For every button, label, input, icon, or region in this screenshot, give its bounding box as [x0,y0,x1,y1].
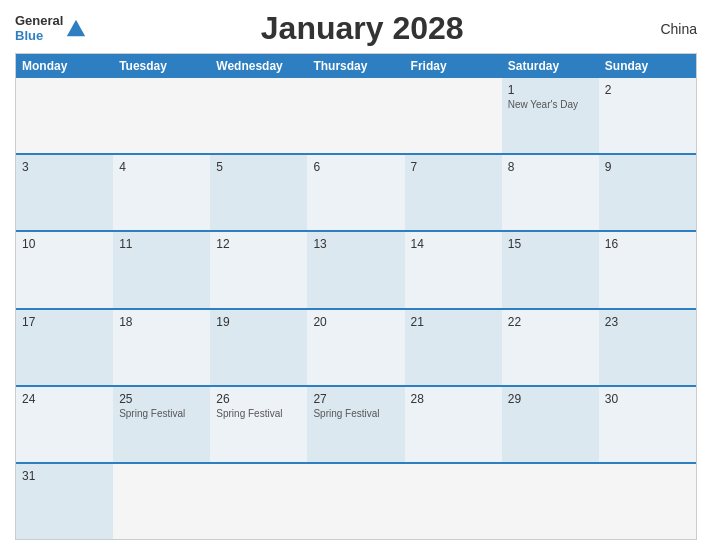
day-number: 31 [22,469,107,483]
day-cell: 19 [210,310,307,385]
day-cell: 26Spring Festival [210,387,307,462]
day-number: 20 [313,315,398,329]
day-cell [113,464,210,539]
day-number: 12 [216,237,301,251]
day-number: 23 [605,315,690,329]
day-cell: 7 [405,155,502,230]
week-row-6: 31 [16,462,696,539]
day-cell: 9 [599,155,696,230]
day-number: 15 [508,237,593,251]
calendar-header: General Blue January 2028 China [15,10,697,47]
day-cell: 2 [599,78,696,153]
day-cell: 14 [405,232,502,307]
day-cell: 21 [405,310,502,385]
day-cell [307,78,404,153]
day-cell [210,78,307,153]
day-cell [599,464,696,539]
day-number: 27 [313,392,398,406]
day-number: 5 [216,160,301,174]
week-row-3: 10111213141516 [16,230,696,307]
day-number: 10 [22,237,107,251]
day-number: 9 [605,160,690,174]
logo-blue-text: Blue [15,29,63,43]
day-cell: 29 [502,387,599,462]
day-cell [210,464,307,539]
day-number: 19 [216,315,301,329]
day-cell [16,78,113,153]
day-cell: 8 [502,155,599,230]
day-number: 14 [411,237,496,251]
day-header-sunday: Sunday [599,54,696,78]
day-cell: 13 [307,232,404,307]
day-cell: 5 [210,155,307,230]
day-cell: 3 [16,155,113,230]
days-header: Monday Tuesday Wednesday Thursday Friday… [16,54,696,78]
day-cell: 27Spring Festival [307,387,404,462]
event-label: New Year's Day [508,99,593,111]
country-label: China [637,21,697,37]
day-cell: 23 [599,310,696,385]
day-cell: 10 [16,232,113,307]
calendar-grid: Monday Tuesday Wednesday Thursday Friday… [15,53,697,540]
day-number: 7 [411,160,496,174]
day-cell: 30 [599,387,696,462]
day-cell [113,78,210,153]
day-cell: 6 [307,155,404,230]
day-cell: 17 [16,310,113,385]
day-cell: 28 [405,387,502,462]
day-number: 26 [216,392,301,406]
day-cell: 18 [113,310,210,385]
day-number: 24 [22,392,107,406]
day-number: 22 [508,315,593,329]
day-number: 1 [508,83,593,97]
event-label: Spring Festival [313,408,398,420]
week-row-2: 3456789 [16,153,696,230]
day-number: 29 [508,392,593,406]
day-header-tuesday: Tuesday [113,54,210,78]
day-cell: 16 [599,232,696,307]
event-label: Spring Festival [119,408,204,420]
logo-general-text: General [15,14,63,28]
svg-marker-0 [67,19,85,36]
logo: General Blue [15,14,87,43]
day-header-friday: Friday [405,54,502,78]
day-header-saturday: Saturday [502,54,599,78]
day-number: 25 [119,392,204,406]
day-cell: 12 [210,232,307,307]
day-cell [405,78,502,153]
day-number: 28 [411,392,496,406]
logo-icon [65,18,87,40]
day-number: 11 [119,237,204,251]
day-header-wednesday: Wednesday [210,54,307,78]
day-cell: 25Spring Festival [113,387,210,462]
day-cell: 4 [113,155,210,230]
day-number: 17 [22,315,107,329]
day-cell: 11 [113,232,210,307]
day-cell: 1New Year's Day [502,78,599,153]
day-cell: 15 [502,232,599,307]
event-label: Spring Festival [216,408,301,420]
day-number: 13 [313,237,398,251]
day-number: 16 [605,237,690,251]
calendar-container: General Blue January 2028 China Monday T… [0,0,712,550]
day-number: 30 [605,392,690,406]
week-row-4: 17181920212223 [16,308,696,385]
day-cell: 31 [16,464,113,539]
day-cell: 22 [502,310,599,385]
day-cell: 24 [16,387,113,462]
weeks-container: 1New Year's Day2345678910111213141516171… [16,78,696,539]
day-number: 2 [605,83,690,97]
day-cell [307,464,404,539]
day-header-thursday: Thursday [307,54,404,78]
day-number: 21 [411,315,496,329]
day-number: 6 [313,160,398,174]
calendar-title: January 2028 [87,10,637,47]
day-header-monday: Monday [16,54,113,78]
week-row-1: 1New Year's Day2 [16,78,696,153]
day-number: 3 [22,160,107,174]
day-number: 18 [119,315,204,329]
day-cell: 20 [307,310,404,385]
week-row-5: 2425Spring Festival26Spring Festival27Sp… [16,385,696,462]
day-number: 4 [119,160,204,174]
day-cell [405,464,502,539]
